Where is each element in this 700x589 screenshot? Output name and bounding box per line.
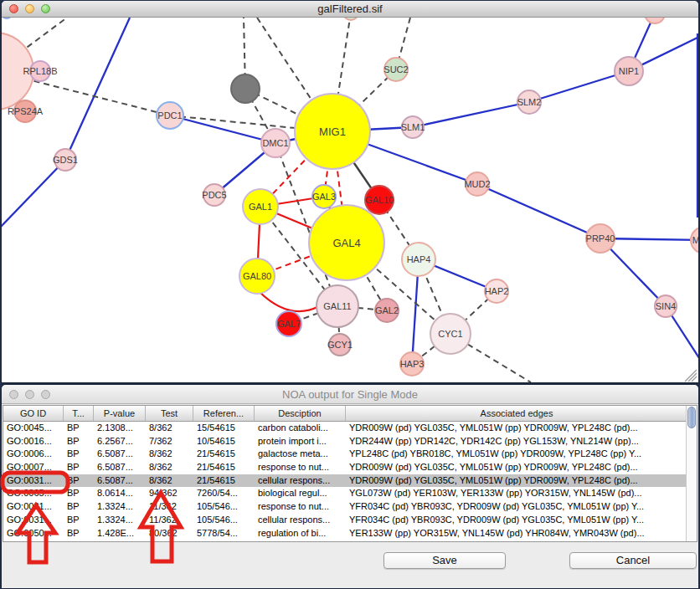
network-node-gtop[interactable] [343, 18, 358, 20]
table-cell: GO:0031... [3, 500, 64, 514]
table-row-2[interactable]: GO:0016...BP6.2567...7/36210/54615protei… [3, 435, 697, 448]
network-edge[interactable] [413, 102, 529, 127]
table-cell: 21/54615 [193, 448, 255, 461]
node-label: GCY1 [327, 340, 353, 350]
network-window: galFiltered.sif RPL18BRPS24AGDS1PDC1DMC1… [2, 1, 698, 382]
network-node-gray[interactable] [231, 74, 260, 103]
table-cell: 6.5087... [94, 448, 146, 461]
table-body: GO:0045...BP2.1308...8/36215/54615carbon… [3, 422, 697, 540]
minimize-button-inactive[interactable] [25, 390, 34, 399]
network-node-trpink[interactable] [645, 18, 665, 23]
table-cell: YDR009W (pd) YGL035C, YML051W (pp) YDR00… [346, 422, 687, 435]
node-label: MUD2 [464, 179, 490, 189]
column-header-desciption[interactable]: Desciption [255, 406, 346, 421]
node-label: SLM2 [517, 97, 542, 107]
zoom-button-inactive[interactable] [41, 390, 50, 399]
table-cell: GO:0050... [3, 527, 64, 540]
column-header-associatededges[interactable]: Associated edges [346, 406, 687, 421]
network-window-titlebar[interactable]: galFiltered.sif [2, 1, 698, 18]
network-edge[interactable] [260, 292, 319, 311]
table-cell: YDR244W (pp) YDR142C, YDR142C (pp) YGL15… [346, 435, 687, 448]
table-cell: YDR009W (pd) YGL035C, YML051W (pp) YDR00… [346, 461, 687, 474]
table-cell: BP [64, 435, 94, 448]
table-cell: 21/54615 [193, 474, 255, 488]
node-label: GAL3 [312, 192, 336, 202]
node-label: HAP3 [400, 359, 425, 369]
network-edge[interactable] [529, 71, 629, 102]
node-label: SLM1 [401, 122, 425, 132]
table-cell: galactose meta... [255, 448, 346, 461]
table-cell: carbon cataboli... [255, 422, 346, 435]
results-table: GO IDT...P-valueTestReferen...Desciption… [3, 405, 697, 542]
table-row-7[interactable]: GO:0031...BP1.3324...11/362105/546...res… [3, 500, 697, 514]
noa-window-titlebar[interactable]: NOA output for Single Mode [2, 385, 698, 404]
table-cell: 1.3324... [94, 500, 146, 514]
noa-window-title: NOA output for Single Mode [282, 388, 418, 401]
save-button[interactable]: Save [383, 552, 506, 569]
node-label: DMC1 [262, 138, 288, 148]
table-row-4[interactable]: GO:0007...BP6.5087...8/36221/54615respon… [3, 461, 697, 474]
node-label: PRP40 [586, 233, 615, 243]
column-header-referen[interactable]: Referen... [193, 406, 255, 421]
node-label: HAP2 [485, 286, 509, 296]
network-edge[interactable] [170, 115, 303, 129]
column-header-goid[interactable]: GO ID [3, 406, 64, 421]
node-label: MIG1 [319, 125, 346, 138]
table-cell: 8/362 [146, 461, 193, 474]
table-cell: 1.428E... [94, 527, 146, 540]
table-cell: regulation of bi... [255, 527, 346, 540]
node-label: GAL10 [365, 195, 394, 205]
table-cell: GO:0065... [3, 487, 64, 500]
table-cell: 11/362 [146, 500, 193, 514]
table-row-1[interactable]: GO:0045...BP2.1308...8/36215/54615carbon… [3, 422, 697, 435]
network-edge[interactable] [65, 18, 130, 160]
network-edge[interactable] [477, 184, 600, 238]
table-cell: YFR034C (pd) YBR093C, YDR009W (pd) YGL03… [346, 500, 687, 514]
resize-grip[interactable] [685, 370, 697, 382]
table-cell: YDR009W (pd) YGL035C, YML051W (pp) YDR00… [346, 474, 687, 488]
zoom-button[interactable] [41, 4, 50, 13]
minimize-button[interactable] [25, 4, 34, 13]
network-svg: RPL18BRPS24AGDS1PDC1DMC1MIG1SUC2SLM1SLM2… [2, 18, 698, 382]
scrollbar-thumb[interactable] [687, 407, 696, 428]
table-cell: 94/362 [146, 487, 193, 500]
table-cell: BP [64, 474, 94, 488]
table-row-5[interactable]: GO:0031...BP6.5087...8/36221/54615cellul… [3, 474, 697, 488]
table-cell: response to nut... [255, 461, 346, 474]
table-cell: 105/546... [193, 514, 255, 527]
node-label: MSL1 [692, 235, 698, 245]
close-button-inactive[interactable] [9, 390, 18, 399]
node-label: HAP4 [407, 254, 431, 264]
table-cell: BP [64, 500, 94, 514]
table-cell: 105/546... [193, 500, 255, 514]
table-cell: 11/362 [146, 514, 193, 527]
network-edge[interactable] [170, 115, 275, 143]
table-cell: BP [64, 422, 94, 435]
table-row-6[interactable]: GO:0065...BP8.0614...94/3627260/54...bio… [3, 487, 697, 500]
table-cell: 8/362 [146, 448, 193, 461]
column-header-test[interactable]: Test [146, 406, 193, 421]
node-label: PDC5 [202, 190, 226, 200]
close-button[interactable] [9, 4, 18, 13]
node-label: RPL18B [23, 66, 58, 76]
node-label: CYC1 [438, 329, 462, 339]
node-label: PDC1 [157, 110, 182, 120]
network-node-tl[interactable] [2, 18, 13, 18]
table-cell: GO:0031... [3, 514, 64, 527]
column-header-pvalue[interactable]: P-value [94, 406, 146, 421]
table-cell: YGL073W (pd) YER103W, YER133W (pp) YOR31… [346, 487, 687, 500]
table-cell: 6.5087... [94, 474, 146, 488]
column-header-t[interactable]: T... [64, 406, 94, 421]
table-cell: BP [64, 527, 94, 540]
cancel-button[interactable]: Cancel [569, 552, 697, 569]
table-row-8[interactable]: GO:0031...BP1.3324...11/362105/546...cel… [3, 514, 697, 527]
vertical-scrollbar[interactable] [686, 406, 697, 541]
table-cell: BP [64, 487, 94, 500]
network-edge[interactable] [2, 160, 65, 228]
network-canvas[interactable]: RPL18BRPS24AGDS1PDC1DMC1MIG1SUC2SLM1SLM2… [2, 18, 698, 382]
table-row-3[interactable]: GO:0006...BP6.5087...8/36221/54615galact… [3, 448, 697, 461]
node-label: GAL7 [277, 319, 301, 329]
table-row-9[interactable]: GO:0050...BP1.428E...80/3625778/54...reg… [3, 527, 697, 540]
table-cell: 21/54615 [193, 461, 255, 474]
node-label: GAL1 [249, 202, 272, 212]
